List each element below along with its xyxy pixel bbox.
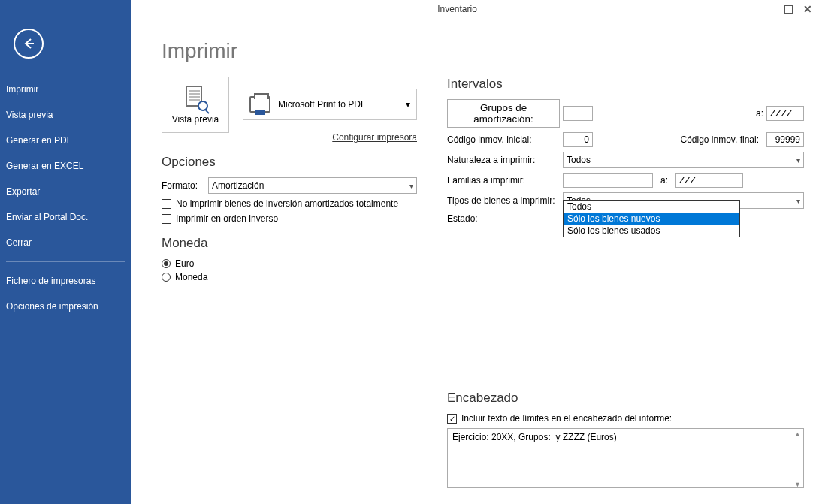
radio-moneda[interactable]: Moneda [162,272,417,282]
chevron-down-icon: ▾ [406,99,410,110]
naturaleza-label: Naturaleza a imprimir: [447,155,560,165]
radio-euro-label: Euro [175,258,194,269]
window-close-button[interactable]: ✕ [802,4,813,14]
moneda-heading: Moneda [162,236,417,251]
radio-icon [162,259,171,268]
grupos-from-input[interactable] [563,106,593,121]
document-preview-icon [183,86,208,111]
sidebar-item-enviar-portal[interactable]: Enviar al Portal Doc. [0,204,131,230]
printer-icon [249,96,270,113]
radio-icon [162,273,171,282]
sidebar-item-cerrar[interactable]: Cerrar [0,230,131,255]
chk-orden-inverso[interactable]: Imprimir en orden inverso [162,213,417,224]
sidebar-item-imprimir[interactable]: Imprimir [0,77,131,102]
sidebar-item-vista-previa[interactable]: Vista previa [0,102,131,128]
chk-no-imprimir-label: No imprimir bienes de inversión amortiza… [176,198,398,209]
chk-no-imprimir-amortizados[interactable]: No imprimir bienes de inversión amortiza… [162,198,417,209]
cod-fin-label: Código inmov. final: [681,134,760,145]
familias-from-input[interactable] [563,173,653,188]
vista-previa-button[interactable]: Vista previa [162,77,229,133]
tipos-option-nuevos[interactable]: Sólo los bienes nuevos [564,213,739,225]
checkbox-icon [162,199,171,209]
configurar-impresora-link[interactable]: Configurar impresora [243,132,417,143]
page-title: Imprimir [162,39,804,63]
chevron-down-icon: ▾ [796,197,800,205]
formato-select[interactable]: Amortización ▾ [208,177,417,194]
radio-euro[interactable]: Euro [162,258,417,269]
formato-label: Formato: [162,180,208,191]
cod-ini-input[interactable] [563,132,593,147]
cod-ini-label: Código inmov. inicial: [447,134,560,145]
sidebar-item-generar-excel[interactable]: Generar en EXCEL [0,153,131,179]
sidebar-item-opciones-impresion[interactable]: Opciones de impresión [0,294,131,319]
grupos-amortizacion-button[interactable]: Grupos de amortización: [447,99,560,128]
sidebar-item-exportar[interactable]: Exportar [0,179,131,204]
intervalos-heading: Intervalos [447,77,804,92]
a-label: a: [660,175,668,186]
familias-to-input[interactable] [675,173,743,188]
a-label: a: [756,108,763,119]
printer-selected-label: Microsoft Print to PDF [278,99,366,110]
sidebar-item-generar-pdf[interactable]: Generar en PDF [0,128,131,153]
encabezado-textarea[interactable] [447,428,804,488]
checkbox-icon [162,214,171,224]
scroll-up-icon[interactable]: ▲ [794,430,801,438]
familias-label: Familias a imprimir: [447,175,560,186]
svg-rect-0 [784,5,792,13]
printer-select[interactable]: Microsoft Print to PDF ▾ [243,89,417,120]
chevron-down-icon: ▾ [410,182,413,190]
estado-label: Estado: [447,213,560,224]
radio-moneda-label: Moneda [175,272,207,282]
opciones-heading: Opciones [162,155,417,170]
tipos-bienes-dropdown[interactable]: Todos Sólo los bienes nuevos Sólo los bi… [563,200,740,237]
formato-value: Amortización [212,180,264,191]
cod-fin-input[interactable] [766,132,804,147]
naturaleza-value: Todos [567,155,591,165]
checkbox-icon: ✓ [447,414,457,424]
naturaleza-select[interactable]: Todos ▾ [563,152,804,168]
vista-previa-label: Vista previa [172,114,219,125]
tipos-option-usados[interactable]: Sólo los bienes usados [564,225,739,237]
chk-incluir-limites-label: Incluir texto de límites en el encabezad… [461,413,672,424]
back-button[interactable] [14,29,44,59]
scroll-down-icon[interactable]: ▼ [794,481,801,488]
chk-orden-inverso-label: Imprimir en orden inverso [176,213,278,224]
encabezado-heading: Encabezado [447,391,804,406]
window-restore-button[interactable] [783,4,793,14]
chk-incluir-limites[interactable]: ✓ Incluir texto de límites en el encabez… [447,413,804,424]
sidebar-item-fichero-impresoras[interactable]: Fichero de impresoras [0,268,131,294]
tipos-option-todos[interactable]: Todos [564,201,739,213]
sidebar-separator [6,261,125,262]
tipos-bienes-label: Tipos de bienes a imprimir: [447,195,560,206]
grupos-to-input[interactable] [766,106,804,121]
chevron-down-icon: ▾ [796,156,800,164]
